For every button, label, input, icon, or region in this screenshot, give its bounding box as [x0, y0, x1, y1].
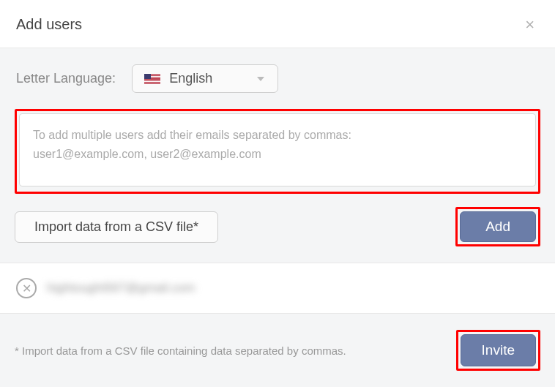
modal-header: Add users × — [0, 0, 555, 48]
modal-title: Add users — [16, 16, 82, 33]
us-flag-icon — [144, 74, 160, 84]
modal-footer: * Import data from a CSV file containing… — [0, 314, 555, 387]
close-icon[interactable]: × — [525, 17, 534, 33]
language-selected: English — [169, 71, 248, 86]
button-row: Import data from a CSV file* Add — [15, 207, 540, 246]
close-icon: ✕ — [22, 282, 31, 295]
add-users-modal: Add users × Letter Language: English Imp… — [0, 0, 555, 387]
csv-footnote: * Import data from a CSV file containing… — [15, 344, 346, 357]
pending-user-row: ✕ hightought567@gmail.com — [0, 263, 555, 314]
pending-user-email: hightought567@gmail.com — [47, 281, 195, 295]
emails-input[interactable] — [19, 113, 536, 186]
language-label: Letter Language: — [16, 71, 116, 86]
chevron-down-icon — [257, 77, 264, 81]
invite-button-highlight: Invite — [456, 330, 540, 371]
remove-user-button[interactable]: ✕ — [16, 278, 37, 298]
add-button[interactable]: Add — [460, 211, 536, 242]
language-select[interactable]: English — [132, 64, 278, 93]
language-row: Letter Language: English — [15, 64, 540, 93]
modal-body: Letter Language: English Import data fro… — [0, 48, 555, 263]
add-button-highlight: Add — [455, 207, 540, 246]
invite-button[interactable]: Invite — [461, 334, 536, 366]
import-csv-button[interactable]: Import data from a CSV file* — [15, 211, 218, 243]
email-input-highlight — [15, 109, 540, 194]
